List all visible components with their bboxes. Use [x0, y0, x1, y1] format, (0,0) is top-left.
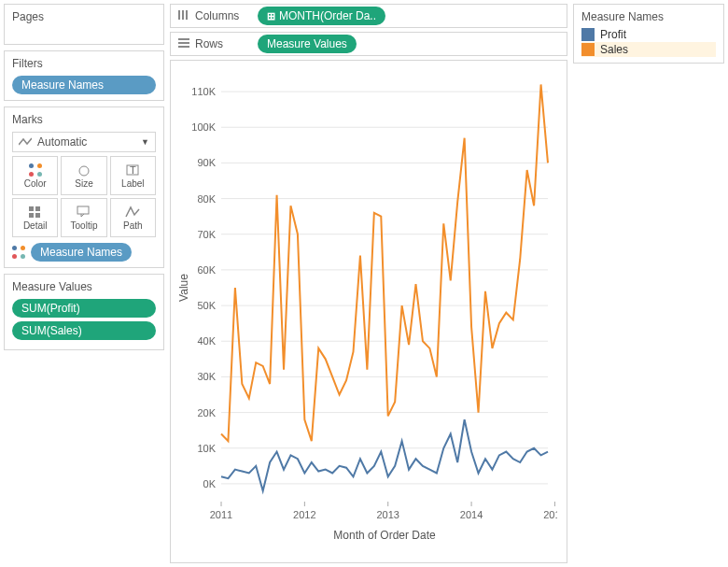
svg-point-0: [79, 166, 89, 176]
svg-text:110K: 110K: [191, 86, 216, 97]
columns-icon: [178, 9, 189, 22]
rows-pill[interactable]: Measure Values: [258, 35, 357, 53]
svg-text:2015: 2015: [543, 509, 557, 520]
mark-label-button[interactable]: TLabel: [110, 156, 156, 195]
line-chart: 0K10K20K30K40K50K60K70K80K90K100K110K201…: [175, 64, 557, 548]
mark-type-label: Automatic: [37, 135, 87, 149]
chevron-down-icon: ▼: [141, 137, 149, 147]
filters-title: Filters: [12, 57, 156, 70]
pages-title: Pages: [12, 10, 156, 23]
mark-tooltip-button[interactable]: Tooltip: [61, 198, 106, 237]
legend-item-sales[interactable]: Sales: [581, 42, 716, 57]
svg-text:T: T: [130, 164, 136, 176]
svg-text:2011: 2011: [210, 509, 232, 520]
rows-label: Rows: [195, 37, 223, 50]
svg-text:2012: 2012: [293, 509, 315, 520]
svg-text:30K: 30K: [197, 371, 216, 382]
columns-label: Columns: [195, 9, 239, 22]
legend-panel: Measure Names ProfitSales: [573, 4, 724, 64]
rows-shelf[interactable]: Rows Measure Values: [170, 32, 567, 56]
filters-panel: Filters Measure Names: [4, 50, 164, 101]
columns-shelf[interactable]: Columns ⊞MONTH(Order Da..: [170, 4, 567, 28]
svg-text:90K: 90K: [197, 157, 216, 168]
marks-pill-measure-names[interactable]: Measure Names: [31, 243, 132, 262]
color-dots-icon: [12, 246, 25, 259]
pages-panel: Pages: [4, 4, 164, 45]
svg-text:2013: 2013: [376, 509, 399, 520]
svg-text:20K: 20K: [197, 407, 216, 418]
mark-size-button[interactable]: Size: [61, 156, 106, 195]
svg-text:50K: 50K: [197, 300, 216, 311]
marks-panel: Marks Automatic ▼ ColorSizeTLabelDetailT…: [4, 106, 164, 268]
svg-text:0K: 0K: [203, 478, 217, 489]
mv-pill[interactable]: SUM(Sales): [12, 321, 156, 340]
rows-icon: [178, 38, 189, 50]
filter-pill-measure-names[interactable]: Measure Names: [12, 76, 156, 94]
measure-values-panel: Measure Values SUM(Profit)SUM(Sales): [4, 274, 164, 350]
svg-rect-3: [29, 206, 34, 211]
svg-rect-5: [29, 213, 34, 218]
mark-type-selector[interactable]: Automatic ▼: [12, 132, 156, 152]
chart-area: 0K10K20K30K40K50K60K70K80K90K100K110K201…: [170, 60, 567, 563]
measure-values-title: Measure Values: [12, 280, 156, 293]
svg-text:100K: 100K: [191, 121, 216, 133]
columns-pill[interactable]: ⊞MONTH(Order Da..: [258, 7, 385, 25]
mark-detail-button[interactable]: Detail: [12, 198, 58, 237]
svg-rect-4: [35, 206, 40, 211]
svg-text:Value: Value: [177, 274, 190, 302]
line-icon: [19, 137, 32, 147]
mark-path-button[interactable]: Path: [110, 198, 156, 237]
legend-item-profit[interactable]: Profit: [581, 27, 716, 42]
svg-text:60K: 60K: [197, 264, 216, 276]
svg-text:70K: 70K: [197, 229, 216, 240]
svg-text:10K: 10K: [197, 443, 216, 454]
svg-rect-7: [77, 206, 89, 214]
svg-text:2014: 2014: [460, 509, 483, 520]
svg-text:80K: 80K: [197, 193, 216, 205]
svg-rect-6: [35, 213, 40, 218]
mv-pill[interactable]: SUM(Profit): [12, 299, 156, 318]
legend-title: Measure Names: [581, 10, 716, 23]
marks-title: Marks: [12, 113, 156, 126]
plus-icon: ⊞: [267, 10, 275, 21]
mark-color-button[interactable]: Color: [12, 156, 58, 195]
svg-text:40K: 40K: [197, 335, 216, 347]
svg-text:Month of Order Date: Month of Order Date: [333, 529, 436, 542]
